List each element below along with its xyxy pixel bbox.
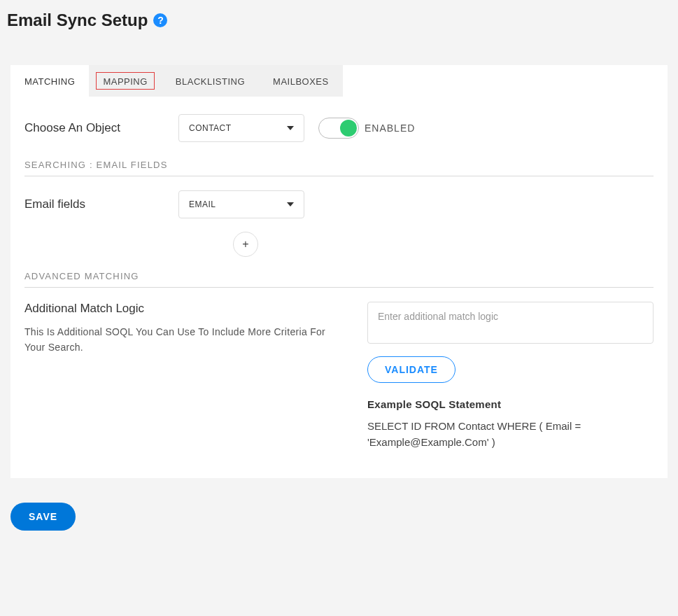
object-select[interactable]: CONTACT: [178, 114, 304, 142]
additional-match-help: This Is Additional SOQL You Can Use To I…: [24, 324, 346, 356]
email-fields-label: Email fields: [24, 197, 164, 211]
email-fields-select[interactable]: EMAIL: [178, 190, 304, 218]
example-soql-title: Example SOQL Statement: [367, 398, 654, 410]
additional-match-title: Additional Match Logic: [24, 302, 346, 316]
tabs: MATCHING MAPPING BLACKLISTING MAILBOXES: [10, 65, 668, 97]
save-button[interactable]: SAVE: [10, 503, 76, 531]
validate-button[interactable]: VALIDATE: [367, 356, 455, 383]
tab-matching[interactable]: MATCHING: [10, 65, 89, 97]
choose-object-label: Choose An Object: [24, 121, 164, 135]
chevron-down-icon: [287, 126, 294, 130]
match-logic-input[interactable]: [367, 302, 654, 344]
advanced-heading: ADVANCED MATCHING: [24, 271, 654, 281]
example-soql-code: SELECT ID FROM Contact WHERE ( Email = '…: [367, 419, 654, 450]
main-panel: MATCHING MAPPING BLACKLISTING MAILBOXES …: [10, 65, 668, 478]
divider: [24, 176, 654, 176]
tab-mailboxes[interactable]: MAILBOXES: [259, 65, 343, 97]
searching-heading: SEARCHING : EMAIL FIELDS: [24, 160, 654, 170]
enabled-toggle[interactable]: [318, 118, 359, 139]
add-field-button[interactable]: +: [233, 232, 258, 257]
tab-mapping[interactable]: MAPPING: [89, 65, 161, 97]
enabled-toggle-label: ENABLED: [365, 122, 415, 134]
divider: [24, 287, 654, 288]
toggle-knob: [340, 120, 357, 136]
chevron-down-icon: [287, 202, 294, 206]
plus-icon: +: [242, 238, 248, 251]
tab-blacklisting[interactable]: BLACKLISTING: [162, 65, 259, 97]
page-title: Email Sync Setup: [7, 10, 148, 30]
object-select-value: CONTACT: [189, 123, 232, 133]
help-icon[interactable]: ?: [153, 13, 167, 27]
email-fields-select-value: EMAIL: [189, 200, 216, 209]
